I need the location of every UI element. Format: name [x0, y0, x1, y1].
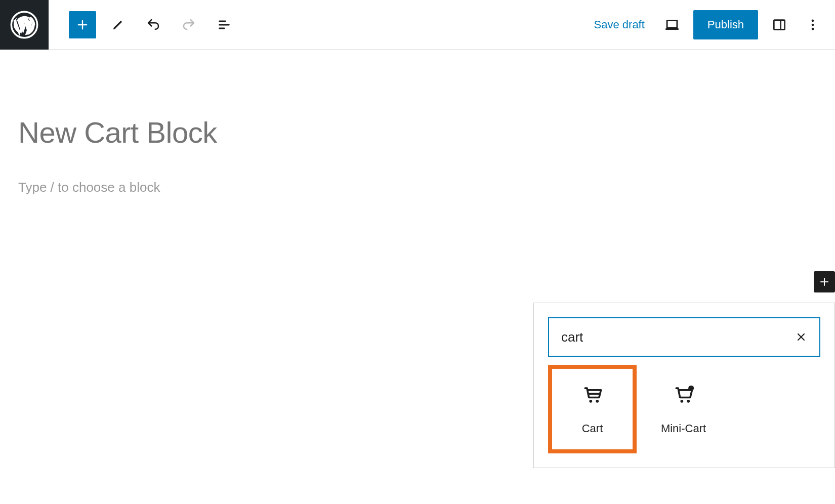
- sidebar-icon: [771, 17, 787, 33]
- edit-mode-button[interactable]: [104, 11, 132, 38]
- block-option-label: Mini-Cart: [661, 422, 706, 435]
- kebab-icon: [806, 18, 820, 32]
- toolbar-left-group: [69, 11, 238, 38]
- plus-icon: [75, 18, 90, 32]
- preview-button[interactable]: [660, 13, 684, 37]
- cart-icon: [581, 384, 604, 406]
- clear-search-button[interactable]: [793, 329, 809, 345]
- svg-point-4: [812, 23, 814, 26]
- mini-cart-icon: [673, 384, 695, 406]
- inline-block-inserter[interactable]: [814, 271, 835, 292]
- top-toolbar: Save draft Publish: [0, 0, 835, 50]
- svg-point-8: [596, 399, 599, 402]
- svg-point-3: [812, 19, 814, 22]
- wordpress-icon: [10, 11, 38, 39]
- document-overview-button[interactable]: [211, 11, 238, 38]
- block-option-label: Cart: [582, 422, 603, 435]
- plus-icon: [818, 276, 830, 288]
- editor-canvas: New Cart Block Type / to choose a block: [0, 50, 835, 216]
- publish-button[interactable]: Publish: [693, 10, 758, 39]
- svg-rect-1: [774, 20, 784, 29]
- svg-point-9: [680, 399, 683, 402]
- pencil-icon: [111, 18, 125, 32]
- add-block-button[interactable]: [69, 11, 96, 38]
- wordpress-logo[interactable]: [0, 0, 49, 50]
- block-placeholder-text[interactable]: Type / to choose a block: [18, 180, 817, 195]
- block-search-wrapper: [548, 317, 820, 357]
- save-draft-button[interactable]: Save draft: [588, 14, 651, 35]
- page-title-input[interactable]: New Cart Block: [18, 115, 817, 149]
- block-search-input[interactable]: [561, 318, 793, 356]
- block-results-grid: Cart Mini-Cart: [548, 365, 820, 453]
- svg-point-7: [589, 399, 592, 402]
- list-icon: [217, 18, 231, 32]
- options-menu[interactable]: [801, 13, 825, 37]
- redo-button[interactable]: [175, 11, 202, 38]
- settings-sidebar-toggle[interactable]: [767, 13, 791, 37]
- svg-point-10: [687, 399, 690, 402]
- close-icon: [795, 331, 807, 343]
- undo-icon: [146, 17, 161, 32]
- block-option-mini-cart[interactable]: Mini-Cart: [639, 365, 728, 453]
- block-picker-panel: Cart Mini-Cart: [533, 303, 835, 468]
- undo-button[interactable]: [140, 11, 167, 38]
- block-option-cart[interactable]: Cart: [548, 365, 637, 453]
- laptop-icon: [663, 16, 681, 33]
- toolbar-right-group: Save draft Publish: [588, 10, 825, 39]
- redo-icon: [181, 17, 196, 32]
- svg-point-5: [812, 27, 814, 30]
- svg-point-11: [688, 385, 694, 391]
